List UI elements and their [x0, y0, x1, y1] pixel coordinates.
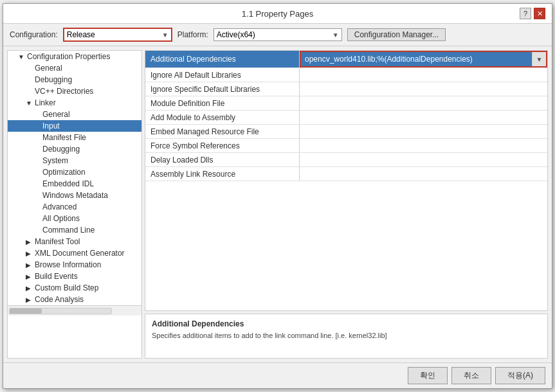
tree-item-linker-manifest[interactable]: Manifest File: [8, 132, 141, 143]
tree-item-label-linker-embedded-idl: Embedded IDL: [42, 179, 94, 188]
prop-value-cell-embed-managed: [300, 125, 547, 138]
expand-icon-config-props: ▼: [18, 53, 27, 60]
main-content: ▼Configuration PropertiesGeneralDebuggin…: [3, 46, 552, 362]
platform-select-wrapper[interactable]: Active(x64) ▼: [214, 28, 342, 41]
h-scroll-thumb: [10, 308, 42, 314]
prop-row-embed-managed[interactable]: Embed Managed Resource File: [145, 125, 547, 139]
configuration-select-wrapper[interactable]: Release ▼: [63, 28, 172, 42]
tree-item-label-linker-command-line: Command Line: [42, 226, 95, 235]
prop-value-cell-module-definition: [300, 96, 547, 110]
value-red-border-additional-deps: opencv_world410.lib;%(AdditionalDependen…: [300, 51, 547, 67]
close-button[interactable]: ✕: [534, 8, 545, 19]
prop-row-module-definition[interactable]: Module Definition File: [145, 96, 547, 111]
tree-item-label-linker-optimization: Optimization: [42, 168, 86, 177]
prop-row-ignore-all-default[interactable]: Ignore All Default Libraries: [145, 68, 547, 82]
tree-item-build-events[interactable]: ▶Build Events: [8, 271, 141, 282]
config-manager-button[interactable]: Configuration Manager...: [347, 28, 446, 41]
prop-name-force-symbol: Force Symbol References: [145, 139, 300, 152]
tree-item-browse-info[interactable]: ▶Browse Information: [8, 259, 141, 271]
prop-value-cell-ignore-specific: [300, 82, 547, 96]
desc-text: Specifies additional items to add to the…: [152, 331, 541, 341]
tree-item-general[interactable]: General: [8, 62, 141, 74]
tree-item-debugging[interactable]: Debugging: [8, 74, 141, 85]
configuration-select[interactable]: Release: [64, 29, 171, 40]
tree-item-label-linker: Linker: [35, 98, 56, 107]
prop-row-additional-deps[interactable]: Additional Dependenciesopencv_world410.l…: [145, 51, 547, 68]
expand-icon-linker: ▼: [26, 100, 35, 107]
tree-item-vcpp-dirs[interactable]: VC++ Directories: [8, 85, 141, 97]
prop-name-assembly-link: Assembly Link Resource: [145, 167, 300, 181]
tree-item-manifest-tool[interactable]: ▶Manifest Tool: [8, 236, 141, 247]
prop-row-delay-loaded[interactable]: Delay Loaded Dlls: [145, 153, 547, 167]
dialog-title: 1.1 Property Pages: [35, 9, 520, 19]
prop-row-ignore-specific[interactable]: Ignore Specific Default Libraries: [145, 82, 547, 96]
tree-item-label-vcpp-dirs: VC++ Directories: [35, 87, 93, 96]
value-dropdown-btn-additional-deps[interactable]: ▼: [532, 52, 546, 66]
property-pages-dialog: 1.1 Property Pages ? ✕ Configuration: Re…: [3, 3, 552, 389]
prop-name-module-definition: Module Definition File: [145, 96, 300, 110]
prop-grid: Additional Dependenciesopencv_world410.l…: [145, 50, 548, 311]
tree-item-label-general: General: [35, 64, 62, 73]
prop-value-force-symbol: [300, 144, 547, 148]
prop-name-ignore-specific: Ignore Specific Default Libraries: [145, 82, 300, 96]
tree-scrollbar[interactable]: [8, 305, 141, 316]
prop-name-add-module: Add Module to Assembly: [145, 111, 300, 124]
tree-item-label-manifest-tool: Manifest Tool: [35, 237, 80, 246]
prop-value-ignore-specific: [300, 87, 547, 91]
h-scroll-track[interactable]: [9, 308, 112, 314]
tree-item-linker-general[interactable]: General: [8, 109, 141, 120]
prop-name-ignore-all-default: Ignore All Default Libraries: [145, 68, 300, 82]
tree-item-label-code-analysis: Code Analysis: [35, 295, 84, 304]
prop-value-cell-force-symbol: [300, 139, 547, 152]
prop-row-add-module[interactable]: Add Module to Assembly: [145, 111, 547, 125]
tree-item-custom-build[interactable]: ▶Custom Build Step: [8, 282, 141, 294]
platform-select[interactable]: Active(x64): [214, 29, 341, 40]
tree-item-label-debugging: Debugging: [35, 75, 72, 84]
tree-item-linker-input[interactable]: Input: [8, 120, 141, 132]
tree-item-linker-advanced[interactable]: Advanced: [8, 201, 141, 213]
prop-name-delay-loaded: Delay Loaded Dlls: [145, 153, 300, 166]
tree-item-label-linker-all-options: All Options: [42, 214, 80, 223]
tree-item-linker-command-line[interactable]: Command Line: [8, 224, 141, 236]
tree-item-label-custom-build: Custom Build Step: [35, 283, 98, 292]
tree-item-label-linker-debugging: Debugging: [42, 145, 80, 154]
help-button[interactable]: ?: [520, 8, 531, 19]
title-bar: 1.1 Property Pages ? ✕: [3, 4, 552, 24]
tree-item-xml-doc-gen[interactable]: ▶XML Document Generator: [8, 247, 141, 259]
description-panel: Additional Dependencies Specifies additi…: [145, 314, 548, 359]
tree-item-linker-debugging[interactable]: Debugging: [8, 143, 141, 155]
prop-row-assembly-link[interactable]: Assembly Link Resource: [145, 167, 547, 181]
tree-item-linker-all-options[interactable]: All Options: [8, 213, 141, 224]
prop-value-cell-add-module: [300, 111, 547, 124]
ok-button[interactable]: 확인: [408, 367, 448, 384]
config-bar: Configuration: Release ▼ Platform: Activ…: [3, 24, 552, 46]
tree-item-label-linker-manifest: Manifest File: [42, 133, 86, 142]
tree-item-config-props[interactable]: ▼Configuration Properties: [8, 51, 141, 62]
desc-title: Additional Dependencies: [152, 319, 541, 328]
prop-value-cell-delay-loaded: [300, 153, 547, 166]
footer: 확인 취소 적용(A): [3, 362, 552, 388]
prop-value-cell-additional-deps: opencv_world410.lib;%(AdditionalDependen…: [300, 51, 547, 67]
tree-item-code-analysis[interactable]: ▶Code Analysis: [8, 294, 141, 305]
tree-item-linker-embedded-idl[interactable]: Embedded IDL: [8, 178, 141, 190]
expand-icon-xml-doc-gen: ▶: [26, 250, 35, 257]
tree-item-linker-system[interactable]: System: [8, 155, 141, 166]
tree-item-linker-windows-metadata[interactable]: Windows Metadata: [8, 190, 141, 201]
expand-icon-browse-info: ▶: [26, 262, 35, 269]
tree-item-linker-optimization[interactable]: Optimization: [8, 166, 141, 178]
prop-value-additional-deps: opencv_world410.lib;%(AdditionalDependen…: [301, 53, 532, 66]
tree-item-label-config-props: Configuration Properties: [27, 52, 110, 61]
tree-item-label-build-events: Build Events: [35, 272, 78, 281]
apply-button[interactable]: 적용(A): [495, 367, 545, 384]
tree-item-label-xml-doc-gen: XML Document Generator: [35, 249, 125, 258]
cancel-button[interactable]: 취소: [451, 367, 491, 384]
prop-value-embed-managed: [300, 130, 547, 134]
expand-icon-build-events: ▶: [26, 273, 35, 280]
tree-item-label-linker-system: System: [42, 156, 68, 165]
expand-icon-code-analysis: ▶: [26, 296, 35, 303]
tree-item-linker[interactable]: ▼Linker: [8, 97, 141, 109]
tree-item-label-linker-general: General: [42, 110, 70, 119]
prop-row-force-symbol[interactable]: Force Symbol References: [145, 139, 547, 153]
tree-item-label-linker-advanced: Advanced: [42, 202, 77, 211]
prop-value-cell-assembly-link: [300, 167, 547, 181]
